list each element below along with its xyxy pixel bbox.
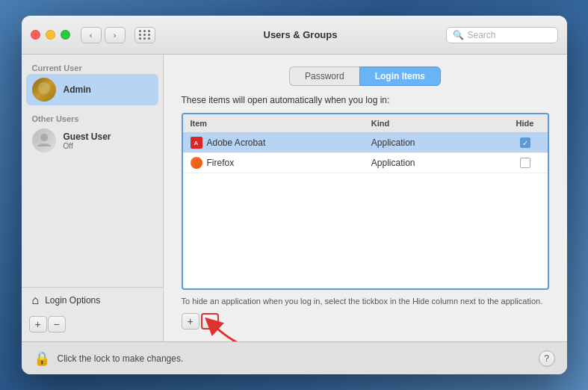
table-header: Item Kind Hide: [183, 114, 548, 133]
svg-point-0: [40, 134, 48, 141]
lock-icon[interactable]: 🔒: [34, 350, 50, 367]
admin-avatar: [32, 78, 56, 102]
tab-password[interactable]: Password: [289, 66, 359, 86]
content-area: Current User Admin Other Users Guest Use…: [22, 55, 567, 341]
hint-text: To hide an application when you log in, …: [182, 296, 549, 307]
add-login-item-button[interactable]: +: [182, 313, 199, 329]
window-title: Users & Groups: [161, 29, 440, 40]
checkbox-unchecked-icon[interactable]: [520, 158, 530, 168]
close-button[interactable]: [31, 30, 40, 40]
login-options-label: Login Options: [45, 295, 100, 306]
remove-login-item-button[interactable]: −: [201, 313, 219, 329]
guest-avatar: [32, 129, 56, 152]
forward-button[interactable]: ›: [105, 27, 126, 43]
tab-bar: Password Login Items: [182, 66, 549, 86]
row-item-name: A Adobe Acrobat: [183, 135, 367, 150]
house-icon: ⌂: [32, 294, 40, 307]
firefox-icon: [191, 157, 202, 169]
row-item-kind: Application: [367, 156, 503, 170]
col-header-hide: Hide: [503, 117, 548, 129]
footer: 🔒 Click the lock to make changes. ?: [22, 341, 567, 374]
col-header-item: Item: [183, 117, 367, 129]
guest-info: Guest User Off: [64, 131, 111, 150]
tab-login-items[interactable]: Login Items: [359, 66, 441, 86]
sidebar-remove-button[interactable]: −: [48, 316, 66, 332]
admin-info: Admin: [64, 84, 131, 95]
row-hide-checkbox[interactable]: [503, 156, 548, 170]
users-groups-window: ‹ › Users & Groups 🔍 Search Current User…: [22, 16, 567, 374]
login-items-description: These items will open automatically when…: [182, 95, 549, 105]
back-button[interactable]: ‹: [81, 27, 102, 43]
table-row[interactable]: Firefox Application: [183, 153, 548, 173]
row-hide-checkbox[interactable]: ✓: [503, 136, 548, 149]
search-icon: 🔍: [453, 30, 464, 40]
maximize-button[interactable]: [61, 30, 70, 40]
nav-buttons: ‹ ›: [81, 27, 126, 43]
minimize-button[interactable]: [46, 30, 55, 40]
guest-user-item[interactable]: Guest User Off: [22, 125, 163, 156]
row-item-name: Firefox: [183, 155, 367, 170]
table-controls: + −: [182, 313, 219, 329]
login-options-item[interactable]: ⌂ Login Options: [22, 287, 163, 313]
row-item-kind: Application: [367, 136, 503, 149]
checkbox-checked-icon[interactable]: ✓: [520, 137, 530, 148]
admin-user-item[interactable]: Admin: [26, 74, 158, 105]
sidebar-controls: + −: [22, 313, 163, 335]
grid-button[interactable]: [134, 27, 155, 43]
table-row[interactable]: A Adobe Acrobat Application ✓: [183, 133, 548, 153]
titlebar: ‹ › Users & Groups 🔍 Search: [22, 16, 567, 55]
admin-name: Admin: [64, 84, 131, 95]
table-controls-area: + −: [182, 313, 549, 329]
guest-status: Off: [64, 142, 111, 150]
sidebar-add-button[interactable]: +: [29, 316, 47, 332]
other-users-label: Other Users: [22, 111, 163, 125]
current-user-label: Current User: [22, 61, 163, 74]
main-panel: Password Login Items These items will op…: [164, 55, 567, 341]
sidebar: Current User Admin Other Users Guest Use…: [22, 55, 164, 341]
col-header-kind: Kind: [367, 117, 503, 129]
search-input[interactable]: 🔍 Search: [446, 27, 558, 43]
login-items-table: Item Kind Hide A Adobe Acrobat Applicati…: [182, 113, 549, 290]
traffic-lights: [31, 30, 70, 40]
help-button[interactable]: ?: [539, 350, 555, 367]
footer-lock-text: Click the lock to make changes.: [58, 353, 531, 364]
acrobat-icon: A: [191, 137, 202, 149]
guest-name: Guest User: [64, 131, 111, 142]
